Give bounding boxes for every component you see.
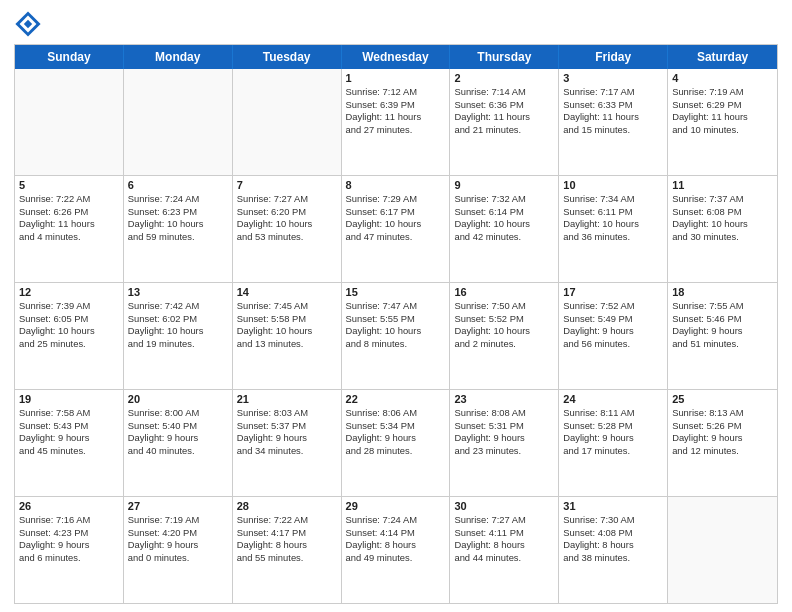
day-number: 28 bbox=[237, 500, 337, 512]
day-number: 7 bbox=[237, 179, 337, 191]
day-info-line: Sunrise: 7:52 AM bbox=[563, 300, 663, 313]
day-info-line: and 12 minutes. bbox=[672, 445, 773, 458]
calendar-day-31[interactable]: 31Sunrise: 7:30 AMSunset: 4:08 PMDayligh… bbox=[559, 497, 668, 603]
day-info-line: Sunset: 6:29 PM bbox=[672, 99, 773, 112]
day-info-line: and 8 minutes. bbox=[346, 338, 446, 351]
calendar-day-7[interactable]: 7Sunrise: 7:27 AMSunset: 6:20 PMDaylight… bbox=[233, 176, 342, 282]
calendar-day-1[interactable]: 1Sunrise: 7:12 AMSunset: 6:39 PMDaylight… bbox=[342, 69, 451, 175]
day-number: 6 bbox=[128, 179, 228, 191]
day-info-line: Sunrise: 8:11 AM bbox=[563, 407, 663, 420]
day-info-line: Sunset: 4:14 PM bbox=[346, 527, 446, 540]
day-info-line: Daylight: 10 hours bbox=[128, 325, 228, 338]
day-info-line: Daylight: 8 hours bbox=[237, 539, 337, 552]
day-info-line: Sunset: 6:11 PM bbox=[563, 206, 663, 219]
day-info-line: Sunrise: 7:14 AM bbox=[454, 86, 554, 99]
calendar-day-27[interactable]: 27Sunrise: 7:19 AMSunset: 4:20 PMDayligh… bbox=[124, 497, 233, 603]
day-info-line: Sunset: 5:43 PM bbox=[19, 420, 119, 433]
day-info-line: and 51 minutes. bbox=[672, 338, 773, 351]
calendar-day-4[interactable]: 4Sunrise: 7:19 AMSunset: 6:29 PMDaylight… bbox=[668, 69, 777, 175]
day-info-line: Sunrise: 7:58 AM bbox=[19, 407, 119, 420]
calendar-day-20[interactable]: 20Sunrise: 8:00 AMSunset: 5:40 PMDayligh… bbox=[124, 390, 233, 496]
calendar-day-6[interactable]: 6Sunrise: 7:24 AMSunset: 6:23 PMDaylight… bbox=[124, 176, 233, 282]
day-info-line: Daylight: 11 hours bbox=[672, 111, 773, 124]
calendar-day-12[interactable]: 12Sunrise: 7:39 AMSunset: 6:05 PMDayligh… bbox=[15, 283, 124, 389]
calendar-day-14[interactable]: 14Sunrise: 7:45 AMSunset: 5:58 PMDayligh… bbox=[233, 283, 342, 389]
day-info-line: Sunset: 6:08 PM bbox=[672, 206, 773, 219]
weekday-header-saturday: Saturday bbox=[668, 45, 777, 69]
calendar-day-22[interactable]: 22Sunrise: 8:06 AMSunset: 5:34 PMDayligh… bbox=[342, 390, 451, 496]
day-number: 31 bbox=[563, 500, 663, 512]
calendar-day-30[interactable]: 30Sunrise: 7:27 AMSunset: 4:11 PMDayligh… bbox=[450, 497, 559, 603]
day-info-line: Daylight: 9 hours bbox=[19, 539, 119, 552]
calendar-day-18[interactable]: 18Sunrise: 7:55 AMSunset: 5:46 PMDayligh… bbox=[668, 283, 777, 389]
calendar-day-21[interactable]: 21Sunrise: 8:03 AMSunset: 5:37 PMDayligh… bbox=[233, 390, 342, 496]
day-number: 9 bbox=[454, 179, 554, 191]
day-number: 2 bbox=[454, 72, 554, 84]
calendar-day-13[interactable]: 13Sunrise: 7:42 AMSunset: 6:02 PMDayligh… bbox=[124, 283, 233, 389]
calendar-day-3[interactable]: 3Sunrise: 7:17 AMSunset: 6:33 PMDaylight… bbox=[559, 69, 668, 175]
calendar-day-11[interactable]: 11Sunrise: 7:37 AMSunset: 6:08 PMDayligh… bbox=[668, 176, 777, 282]
calendar-day-5[interactable]: 5Sunrise: 7:22 AMSunset: 6:26 PMDaylight… bbox=[15, 176, 124, 282]
calendar-day-26[interactable]: 26Sunrise: 7:16 AMSunset: 4:23 PMDayligh… bbox=[15, 497, 124, 603]
calendar-day-19[interactable]: 19Sunrise: 7:58 AMSunset: 5:43 PMDayligh… bbox=[15, 390, 124, 496]
day-info-line: Daylight: 9 hours bbox=[563, 432, 663, 445]
day-info-line: and 2 minutes. bbox=[454, 338, 554, 351]
calendar-day-24[interactable]: 24Sunrise: 8:11 AMSunset: 5:28 PMDayligh… bbox=[559, 390, 668, 496]
day-info-line: Daylight: 8 hours bbox=[454, 539, 554, 552]
day-info-line: Daylight: 9 hours bbox=[346, 432, 446, 445]
day-info-line: and 38 minutes. bbox=[563, 552, 663, 565]
day-number: 8 bbox=[346, 179, 446, 191]
calendar-body: 1Sunrise: 7:12 AMSunset: 6:39 PMDaylight… bbox=[15, 69, 777, 603]
day-info-line: Sunset: 6:20 PM bbox=[237, 206, 337, 219]
day-info-line: Daylight: 10 hours bbox=[237, 218, 337, 231]
day-number: 25 bbox=[672, 393, 773, 405]
calendar-day-23[interactable]: 23Sunrise: 8:08 AMSunset: 5:31 PMDayligh… bbox=[450, 390, 559, 496]
calendar-day-8[interactable]: 8Sunrise: 7:29 AMSunset: 6:17 PMDaylight… bbox=[342, 176, 451, 282]
calendar-day-28[interactable]: 28Sunrise: 7:22 AMSunset: 4:17 PMDayligh… bbox=[233, 497, 342, 603]
calendar-day-29[interactable]: 29Sunrise: 7:24 AMSunset: 4:14 PMDayligh… bbox=[342, 497, 451, 603]
weekday-header-wednesday: Wednesday bbox=[342, 45, 451, 69]
calendar-day-25[interactable]: 25Sunrise: 8:13 AMSunset: 5:26 PMDayligh… bbox=[668, 390, 777, 496]
day-info-line: Sunrise: 8:06 AM bbox=[346, 407, 446, 420]
day-info-line: Sunrise: 7:47 AM bbox=[346, 300, 446, 313]
day-number: 22 bbox=[346, 393, 446, 405]
day-info-line: and 42 minutes. bbox=[454, 231, 554, 244]
day-info-line: Sunrise: 7:24 AM bbox=[128, 193, 228, 206]
day-info-line: Sunset: 5:55 PM bbox=[346, 313, 446, 326]
day-info-line: Sunset: 4:23 PM bbox=[19, 527, 119, 540]
day-info-line: and 34 minutes. bbox=[237, 445, 337, 458]
day-number: 11 bbox=[672, 179, 773, 191]
day-info-line: Sunrise: 8:13 AM bbox=[672, 407, 773, 420]
day-info-line: Sunrise: 8:00 AM bbox=[128, 407, 228, 420]
calendar-day-17[interactable]: 17Sunrise: 7:52 AMSunset: 5:49 PMDayligh… bbox=[559, 283, 668, 389]
day-info-line: Daylight: 9 hours bbox=[672, 325, 773, 338]
day-number: 23 bbox=[454, 393, 554, 405]
day-info-line: Daylight: 10 hours bbox=[346, 218, 446, 231]
day-number: 4 bbox=[672, 72, 773, 84]
calendar-day-10[interactable]: 10Sunrise: 7:34 AMSunset: 6:11 PMDayligh… bbox=[559, 176, 668, 282]
day-info-line: and 45 minutes. bbox=[19, 445, 119, 458]
day-info-line: Daylight: 10 hours bbox=[19, 325, 119, 338]
weekday-header-monday: Monday bbox=[124, 45, 233, 69]
day-number: 16 bbox=[454, 286, 554, 298]
day-info-line: Sunrise: 7:45 AM bbox=[237, 300, 337, 313]
day-info-line: Daylight: 8 hours bbox=[563, 539, 663, 552]
day-info-line: Sunset: 4:08 PM bbox=[563, 527, 663, 540]
day-info-line: Sunrise: 7:32 AM bbox=[454, 193, 554, 206]
day-number: 3 bbox=[563, 72, 663, 84]
calendar-day-16[interactable]: 16Sunrise: 7:50 AMSunset: 5:52 PMDayligh… bbox=[450, 283, 559, 389]
day-info-line: and 15 minutes. bbox=[563, 124, 663, 137]
day-info-line: Sunrise: 7:22 AM bbox=[237, 514, 337, 527]
calendar-day-15[interactable]: 15Sunrise: 7:47 AMSunset: 5:55 PMDayligh… bbox=[342, 283, 451, 389]
day-info-line: Sunrise: 7:17 AM bbox=[563, 86, 663, 99]
day-info-line: Sunset: 5:37 PM bbox=[237, 420, 337, 433]
day-info-line: Sunrise: 7:12 AM bbox=[346, 86, 446, 99]
day-number: 10 bbox=[563, 179, 663, 191]
day-info-line: Daylight: 8 hours bbox=[346, 539, 446, 552]
day-info-line: Sunset: 6:14 PM bbox=[454, 206, 554, 219]
day-number: 21 bbox=[237, 393, 337, 405]
calendar-day-9[interactable]: 9Sunrise: 7:32 AMSunset: 6:14 PMDaylight… bbox=[450, 176, 559, 282]
calendar-day-2[interactable]: 2Sunrise: 7:14 AMSunset: 6:36 PMDaylight… bbox=[450, 69, 559, 175]
day-info-line: Sunrise: 7:30 AM bbox=[563, 514, 663, 527]
page-header bbox=[14, 10, 778, 38]
